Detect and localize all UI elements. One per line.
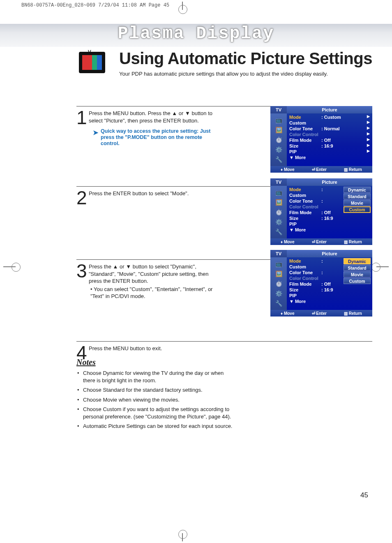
osd-row-label: Color Tone — [289, 126, 321, 131]
osd-row-label: Color Tone — [289, 199, 321, 203]
crop-mark-bottom — [178, 531, 187, 541]
osd-row-label: PIP — [289, 293, 321, 298]
chevron-right-icon: ▶ — [367, 114, 370, 118]
osd-row: Color Control▶ — [289, 132, 370, 137]
osd-return: ▥ Return — [344, 167, 362, 172]
step-body: Press the MENU button. Press the ▲ or ▼ … — [89, 110, 224, 147]
step-number: 3 — [76, 263, 89, 279]
osd-option: Custom — [344, 206, 371, 213]
osd-move: ♦ Move — [281, 167, 294, 172]
osd-more: ▼ More — [289, 155, 370, 160]
crop-mark-top — [178, 2, 187, 12]
osd-option: Movie — [344, 200, 371, 206]
osd-icon-col: 📺🖼️⏱️⚙️🔧 — [270, 113, 287, 166]
osd-tv-label: TV — [270, 250, 287, 257]
osd-row-value: : Off — [321, 138, 370, 143]
osd-row: Size: 16:9 — [289, 287, 370, 293]
list-item: Automatic Picture Settings can be stored… — [76, 423, 233, 430]
osd-option: Dynamic — [344, 258, 371, 264]
chevron-right-icon: ▶ — [367, 143, 370, 147]
osd-row-value: : 16:9 — [321, 216, 370, 221]
osd-return: ▥ Return — [344, 311, 362, 316]
step-text: Press the MENU button to exit. — [89, 345, 162, 351]
chevron-right-icon: ▶ — [367, 120, 370, 124]
osd-return: ▥ Return — [344, 240, 362, 244]
osd-row-label: PIP — [289, 222, 321, 226]
osd-icon-col: 📺🖼️⏱️⚙️🔧 — [270, 186, 287, 238]
osd-title: Picture — [287, 250, 372, 257]
osd-title: Picture — [287, 178, 372, 186]
osd-row: Mode: Custom▶ — [289, 114, 370, 120]
tv-icon: ∨ — [79, 49, 108, 73]
osd-move: ♦ Move — [281, 311, 294, 316]
osd-row-label: Film Mode — [289, 282, 321, 287]
osd-row-label: Color Control — [289, 204, 321, 209]
osd-option: Custom — [344, 278, 371, 284]
osd-option: Standard — [344, 265, 371, 271]
content: 1 Press the MENU button. Press the ▲ or … — [76, 106, 372, 366]
osd-footer: ♦ Move ⏎ Enter ▥ Return — [270, 166, 372, 173]
osd-row: Size: 16:9▶ — [289, 143, 370, 149]
osd-row-label: Size — [289, 287, 321, 292]
osd-row-label: Color Control — [289, 276, 321, 281]
osd-row-label: Mode — [289, 187, 321, 192]
osd-row-label: Size — [289, 216, 321, 221]
step-sub-bullet: • You can select "Custom", "Entertain", … — [90, 286, 220, 300]
step-text: Press the ENTER button to select "Mode". — [89, 190, 189, 196]
osd-row-value: : Custom — [321, 115, 370, 120]
list-item: Choose Movie when viewing the movies. — [76, 396, 233, 404]
list-item: Choose Dynamic for viewing the TV during… — [76, 370, 233, 384]
osd-footer: ♦ Move ⏎ Enter ▥ Return — [270, 310, 372, 317]
osd-enter: ⏎ Enter — [312, 167, 327, 172]
osd-row-label: Custom — [289, 264, 321, 269]
osd-row-label: Mode — [289, 259, 321, 263]
chevron-right-icon: ▶ — [367, 137, 370, 141]
chevron-right-icon: ▶ — [367, 132, 370, 136]
osd-row-label: PIP — [289, 149, 321, 154]
osd-enter: ⏎ Enter — [312, 311, 327, 316]
osd-list: Mode: Custom▶Custom▶Color Tone: Normal▶C… — [287, 113, 372, 166]
step-body: Press the MENU button to exit. — [89, 345, 224, 352]
osd-tv-label: TV — [270, 106, 287, 113]
tip-arrow-icon: ➤ — [93, 128, 98, 137]
osd-row: Size: 16:9 — [289, 215, 370, 221]
osd-row: PIP▶ — [289, 149, 370, 155]
list-item: Choose Standard for the standard factory… — [76, 386, 233, 394]
page-title: Using Automatic Picture Settings — [119, 49, 372, 68]
osd-row-value: : 16:9 — [321, 143, 370, 148]
step-text: Press the MENU button. Press the ▲ or ▼ … — [89, 110, 212, 124]
notes-list: Choose Dynamic for viewing the TV during… — [76, 370, 233, 430]
osd-row-label: Custom — [289, 120, 321, 125]
osd-row: PIP — [289, 221, 370, 227]
osd-list: Mode:CustomColor Tone:Color ControlFilm … — [287, 257, 372, 310]
step-body: Press the ENTER button to select "Mode". — [89, 190, 224, 197]
osd-list: Mode:CustomColor Tone:Color ControlFilm … — [287, 186, 372, 238]
osd-title: Picture — [287, 106, 372, 113]
banner-title: Plasma Display — [0, 24, 392, 44]
osd-row-label: Film Mode — [289, 210, 321, 215]
osd-icon-col: 📺🖼️⏱️⚙️🔧 — [270, 257, 287, 310]
page-subtitle: Your PDP has automatic picture settings … — [119, 71, 328, 77]
osd-row: PIP — [289, 293, 370, 298]
osd-row-label: Size — [289, 143, 321, 148]
osd-option: Standard — [344, 193, 371, 199]
osd-footer: ♦ Move ⏎ Enter ▥ Return — [270, 238, 372, 245]
step-number: 1 — [76, 110, 89, 126]
osd-screenshot-2: TV Picture 📺🖼️⏱️⚙️🔧 Mode:CustomColor Ton… — [270, 178, 372, 245]
osd-row-label: Color Tone — [289, 270, 321, 275]
list-item: Choose Custom if you want to adjust the … — [76, 406, 233, 420]
osd-row: Color Tone: Normal▶ — [289, 126, 370, 132]
crop-mark-left — [3, 266, 16, 267]
step-body: Press the ▲ or ▼ button to select "Dynam… — [89, 263, 224, 300]
osd-row-value: : Normal — [321, 126, 370, 131]
print-header: BN68-00757A-00Eng_028~069 7/29/04 11:08 … — [21, 2, 169, 8]
notes-section: Notes Choose Dynamic for viewing the TV … — [76, 358, 233, 432]
chevron-right-icon: ▶ — [367, 149, 370, 153]
osd-row-label: Custom — [289, 193, 321, 198]
step-text: Press the ▲ or ▼ button to select "Dynam… — [89, 263, 208, 284]
osd-row: Film Mode: Off▶ — [289, 137, 370, 143]
osd-row-label: Mode — [289, 115, 321, 120]
osd-screenshot-1: TV Picture 📺🖼️⏱️⚙️🔧 Mode: Custom▶Custom▶… — [270, 106, 372, 173]
osd-enter: ⏎ Enter — [312, 240, 327, 244]
osd-more: ▼ More — [289, 298, 370, 304]
